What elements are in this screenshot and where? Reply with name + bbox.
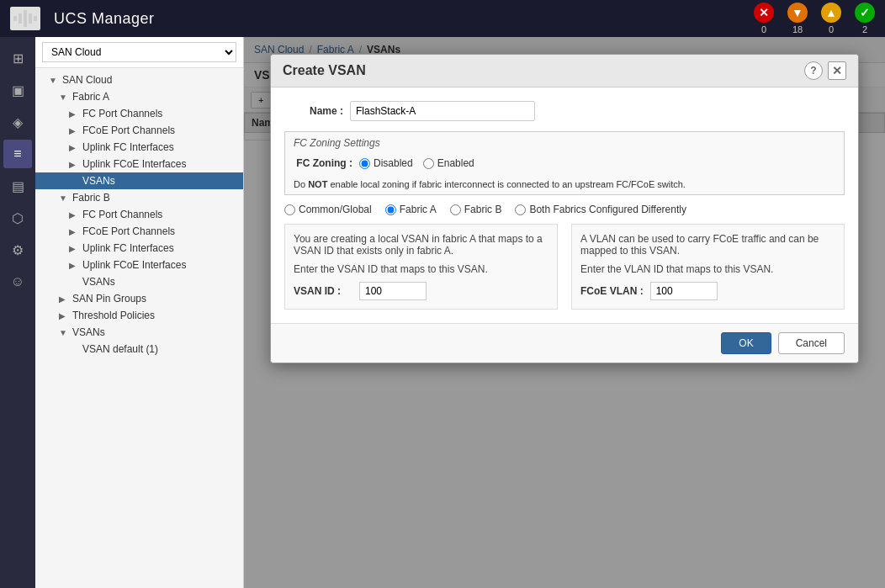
sidebar-icon-admin[interactable]: ⚙ <box>3 236 32 264</box>
tree-label-uplink-fcoe-a: Uplink FCoE Interfaces <box>82 158 186 170</box>
svg-rect-0 <box>24 10 27 27</box>
expand-icon-fabric-b: ▼ <box>59 193 69 203</box>
major-count: 18 <box>792 24 803 34</box>
fc-zoning-enabled-option[interactable]: Enabled <box>423 157 474 169</box>
modal-footer: OK Cancel <box>271 323 858 363</box>
sidebar-icon-network[interactable]: ◈ <box>3 108 32 136</box>
tree-item-vsans-b[interactable]: VSANs <box>35 273 243 290</box>
tree-item-uplink-fcoe-b[interactable]: ▶ Uplink FCoE Interfaces <box>35 257 243 273</box>
fabric-a-desc2: Enter the VSAN ID that maps to this VSAN… <box>294 263 548 275</box>
sidebar-icon-san[interactable]: ≡ <box>3 140 32 168</box>
scope-common-global-radio[interactable] <box>284 204 295 215</box>
tree-item-threshold-policies[interactable]: ▶ Threshold Policies <box>35 307 243 324</box>
expand-icon-san-cloud: ▼ <box>49 76 59 85</box>
tree-item-vsans-root[interactable]: ▼ VSANs <box>35 324 243 341</box>
tree-item-uplink-fc-a[interactable]: ▶ Uplink FC Interfaces <box>35 139 243 156</box>
warning-prefix: Do <box>294 179 308 189</box>
tree-label-fc-port-channels-a: FC Port Channels <box>82 108 162 119</box>
warning-not: NOT <box>308 179 327 189</box>
expand-icon-fabric-a: ▼ <box>59 93 69 102</box>
scope-radio-row: Common/Global Fabric A Fabric B Bot <box>284 204 845 215</box>
tree-label-uplink-fc-a: Uplink FC Interfaces <box>82 141 174 153</box>
sidebar-icon-servers[interactable]: ▣ <box>3 76 32 104</box>
minor-count: 0 <box>829 24 834 34</box>
expand-icon-uplink-fcoe-a: ▶ <box>69 160 79 169</box>
tree-item-san-pin-groups[interactable]: ▶ SAN Pin Groups <box>35 290 243 307</box>
tree-label-uplink-fcoe-b: Uplink FCoE Interfaces <box>82 259 186 271</box>
scope-fabric-a-radio[interactable] <box>385 204 396 215</box>
expand-icon-san-pin: ▶ <box>59 294 69 304</box>
fcoe-vlan-input[interactable] <box>650 282 718 300</box>
expand-icon-uplink-fc-b: ▶ <box>69 244 79 253</box>
name-label: Name : <box>284 105 343 117</box>
status-minor[interactable]: ▲ 0 <box>821 3 841 34</box>
scope-fabric-b-label: Fabric B <box>464 204 502 215</box>
fcoe-vlan-panel: A VLAN can be used to carry FCoE traffic… <box>571 224 845 310</box>
expand-icon-fcoe-port-a: ▶ <box>69 126 79 135</box>
sidebar-icon-storage[interactable]: ▤ <box>3 172 32 200</box>
scope-both-radio[interactable] <box>515 204 526 215</box>
fc-zoning-label: FC Zoning : <box>294 157 352 169</box>
cisco-logo <box>10 7 40 30</box>
tree-item-fabric-a[interactable]: ▼ Fabric A <box>35 88 243 105</box>
vsan-id-panel: You are creating a local VSAN in fabric … <box>284 224 558 310</box>
modal-body: Name : FC Zoning Settings FC Zoning : Di… <box>271 87 858 323</box>
modal-close-button[interactable]: ✕ <box>828 61 846 80</box>
tree-item-fabric-b[interactable]: ▼ Fabric B <box>35 189 243 206</box>
vsan-id-input[interactable] <box>359 282 427 300</box>
tree-label-threshold-policies: Threshold Policies <box>72 310 155 321</box>
fc-zoning-disabled-option[interactable]: Disabled <box>359 157 413 169</box>
fc-zoning-enabled-radio[interactable] <box>423 158 434 169</box>
sidebar-icon-users[interactable]: ☺ <box>3 268 32 296</box>
status-critical[interactable]: ✕ 0 <box>754 3 774 34</box>
tree-item-vsans-a[interactable]: VSANs <box>35 172 243 189</box>
cancel-button[interactable]: Cancel <box>778 332 845 354</box>
modal-header: Create VSAN ? ✕ <box>271 55 858 87</box>
scope-fabric-b-radio[interactable] <box>450 204 461 215</box>
expand-icon-fc-port-a: ▶ <box>69 109 79 119</box>
tree-label-san-cloud: SAN Cloud <box>62 74 112 86</box>
scope-both[interactable]: Both Fabrics Configured Differently <box>515 204 686 215</box>
tree-label-vsan-default: VSAN default (1) <box>82 343 158 355</box>
tree-label-fabric-b: Fabric B <box>72 192 110 204</box>
sidebar-icon-vm[interactable]: ⬡ <box>3 204 32 232</box>
tree-item-vsan-default[interactable]: VSAN default (1) <box>35 341 243 358</box>
tree-item-uplink-fc-b[interactable]: ▶ Uplink FC Interfaces <box>35 240 243 257</box>
sidebar-icon-dashboard[interactable]: ⊞ <box>3 44 32 72</box>
fc-zoning-section-title: FC Zoning Settings <box>294 137 835 149</box>
modal-header-actions: ? ✕ <box>804 61 846 80</box>
fc-zoning-radio-group: Disabled Enabled <box>359 157 474 169</box>
status-info[interactable]: ✓ 2 <box>855 3 875 34</box>
scope-common-global[interactable]: Common/Global <box>284 204 372 215</box>
tree-item-uplink-fcoe-a[interactable]: ▶ Uplink FCoE Interfaces <box>35 156 243 172</box>
tree-label-vsans-b: VSANs <box>82 276 115 288</box>
modal-title: Create VSAN <box>283 63 366 78</box>
status-major[interactable]: ▼ 18 <box>787 3 808 34</box>
scope-fabric-a[interactable]: Fabric A <box>385 204 437 215</box>
tree-container: ▼ SAN Cloud ▼ Fabric A ▶ FC Port Channel… <box>35 68 243 588</box>
modal-help-button[interactable]: ? <box>804 61 823 80</box>
tree-item-san-cloud[interactable]: ▼ SAN Cloud <box>35 72 243 88</box>
name-input[interactable] <box>350 101 535 121</box>
tree-label-vsans-a: VSANs <box>82 175 115 187</box>
ok-button[interactable]: OK <box>721 332 771 354</box>
vsan-id-row: VSAN ID : <box>294 282 548 300</box>
nav-dropdown-select[interactable]: SAN Cloud <box>42 42 236 62</box>
app-title: UCS Manager <box>54 10 155 28</box>
name-row: Name : <box>284 101 845 121</box>
tree-item-fc-port-channels-a[interactable]: ▶ FC Port Channels <box>35 105 243 122</box>
nav-dropdown-container: SAN Cloud <box>35 37 243 68</box>
minor-icon: ▲ <box>821 3 841 23</box>
critical-count: 0 <box>761 24 766 34</box>
tree-item-fcoe-port-channels-a[interactable]: ▶ FCoE Port Channels <box>35 122 243 139</box>
tree-item-fc-port-channels-b[interactable]: ▶ FC Port Channels <box>35 206 243 223</box>
tree-item-fcoe-port-channels-b[interactable]: ▶ FCoE Port Channels <box>35 223 243 240</box>
warning-text: Do NOT enable local zoning if fabric int… <box>294 179 835 189</box>
vsan-id-label: VSAN ID : <box>294 285 352 297</box>
scope-fabric-b[interactable]: Fabric B <box>450 204 502 215</box>
topbar: UCS Manager ✕ 0 ▼ 18 ▲ 0 ✓ 2 <box>0 0 885 37</box>
fc-zoning-disabled-radio[interactable] <box>359 158 370 169</box>
expand-icon-uplink-fcoe-b: ▶ <box>69 261 79 270</box>
fc-zoning-disabled-label: Disabled <box>374 157 413 169</box>
fcoe-vlan-row: FCoE VLAN : <box>580 282 835 300</box>
